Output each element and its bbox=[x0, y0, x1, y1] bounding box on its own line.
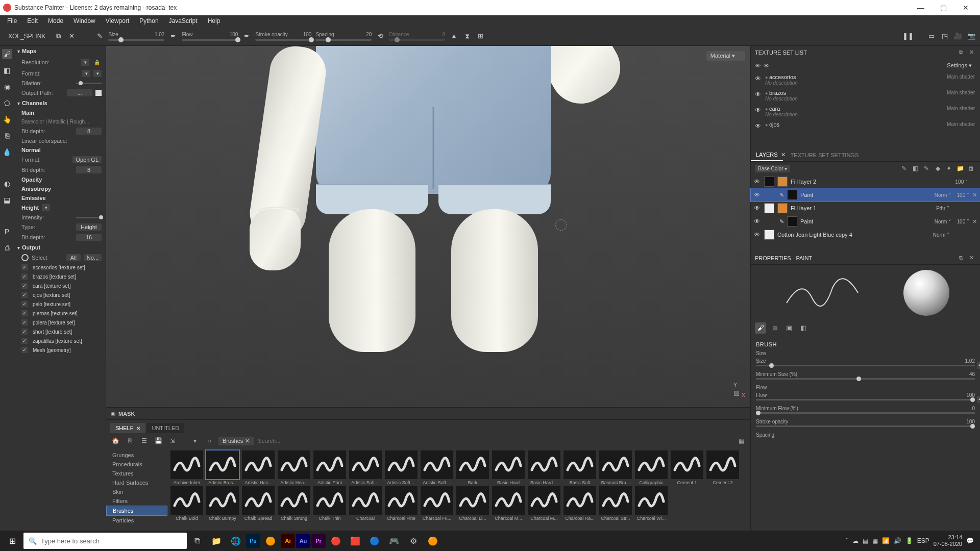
alpha-tab-icon[interactable]: ⊛ bbox=[769, 322, 780, 334]
props-popout-icon[interactable]: ⧉ bbox=[957, 254, 966, 263]
output-header[interactable]: ▾Output bbox=[14, 242, 106, 253]
height-dropdown[interactable]: ▾ bbox=[42, 204, 50, 211]
visibility-icon[interactable]: 👁 bbox=[754, 205, 761, 212]
taskbar-search[interactable]: 🔍 Type here to search bbox=[23, 533, 187, 549]
menu-file[interactable]: File bbox=[2, 17, 22, 24]
taskbar-clock[interactable]: 23:14 07-08-2020 bbox=[934, 534, 962, 547]
shelf-import-icon[interactable]: ⎘ bbox=[125, 436, 135, 446]
language-indicator[interactable]: ESP bbox=[917, 537, 929, 544]
layer-swatch[interactable] bbox=[764, 177, 774, 187]
solo-icon[interactable]: 👁 bbox=[764, 63, 769, 69]
texture-set-row[interactable]: 👁caraNo descriptionMain shader bbox=[751, 104, 980, 119]
refresh-icon[interactable] bbox=[21, 254, 29, 261]
visibility-icon[interactable]: 👁 bbox=[754, 218, 761, 225]
brush-item[interactable]: Artistic Soft ... bbox=[384, 450, 419, 485]
brush-item[interactable]: Cement 1 bbox=[670, 450, 704, 485]
mask-icon[interactable]: ▣ bbox=[110, 410, 115, 417]
select-none-button[interactable]: No... bbox=[84, 254, 102, 261]
brush-item[interactable]: Charcoal Fu... bbox=[420, 486, 454, 521]
chip-close-icon[interactable]: ✕ bbox=[245, 438, 250, 444]
spacing-slider[interactable]: Spacing20 bbox=[315, 32, 372, 41]
brush-item[interactable]: Charcoal Str... bbox=[598, 486, 633, 521]
layer-row[interactable]: 👁Cotton Jean Light Blue copy 4Norm ˅ bbox=[751, 228, 980, 241]
layer-swatch[interactable] bbox=[764, 230, 774, 240]
premiere-icon[interactable]: Pr bbox=[311, 534, 326, 548]
maps-header[interactable]: ▾Maps bbox=[14, 46, 106, 56]
shelf-category[interactable]: Brushes bbox=[106, 506, 167, 516]
add-mask-icon[interactable]: ◧ bbox=[911, 164, 920, 173]
brush-flow-slider[interactable]: Flow100 ✒ bbox=[756, 392, 975, 400]
brush-item[interactable]: Basic Hard ... bbox=[527, 450, 561, 485]
format-dropdown-2[interactable]: ▾ bbox=[93, 70, 102, 77]
output-item[interactable]: Mesh [geometry] bbox=[14, 345, 106, 355]
brush-item[interactable]: Artistic Brus... bbox=[205, 450, 240, 485]
props-close-icon[interactable]: ✕ bbox=[967, 254, 976, 263]
shelf-category[interactable]: Filters bbox=[106, 496, 167, 506]
layer-mask-swatch[interactable] bbox=[777, 203, 788, 213]
resolution-dropdown[interactable]: ▾ bbox=[81, 59, 89, 66]
menu-help[interactable]: Help bbox=[203, 17, 226, 24]
channels-header[interactable]: ▾Channels bbox=[14, 98, 106, 108]
visibility-icon[interactable]: 👁 bbox=[754, 231, 761, 238]
material-tab-icon[interactable]: ◧ bbox=[798, 322, 809, 334]
select-all-button[interactable]: All bbox=[66, 254, 81, 261]
distance-slider[interactable]: Distance8 bbox=[389, 32, 445, 41]
add-effect-icon[interactable]: ✎ bbox=[899, 164, 909, 173]
shelf-filter-icon[interactable]: ▾ bbox=[190, 436, 200, 446]
flow-pressure-icon[interactable]: ✒ bbox=[242, 32, 251, 41]
app-icon[interactable]: 🔴 bbox=[327, 531, 345, 551]
checkbox-icon[interactable] bbox=[21, 319, 28, 325]
brush-item[interactable]: Cement 2 bbox=[705, 450, 740, 485]
layers-tab-close-icon[interactable]: ✕ bbox=[781, 152, 786, 158]
output-item[interactable]: brazos [texture set] bbox=[14, 272, 106, 281]
close-icon[interactable]: ✕ bbox=[136, 425, 140, 431]
quick-mask-icon[interactable]: ◐ bbox=[2, 179, 12, 189]
brush-item[interactable]: Artistic Hea... bbox=[277, 450, 311, 485]
output-item[interactable]: zapatillas [texture set] bbox=[14, 336, 106, 345]
shelf-save-icon[interactable]: 💾 bbox=[153, 436, 163, 446]
texset-close-icon[interactable]: ✕ bbox=[967, 48, 976, 57]
brush-preset-icon[interactable]: ✎ bbox=[95, 32, 104, 41]
xbox-icon[interactable]: 🎮 bbox=[385, 531, 403, 551]
brush-item[interactable]: Chalk Strong bbox=[277, 486, 311, 521]
shelf-category[interactable]: Hard Surfaces bbox=[106, 478, 167, 487]
shelf-filter-chip[interactable]: Brushes✕ bbox=[218, 437, 254, 445]
brush-tab-icon[interactable]: 🖌 bbox=[755, 322, 766, 334]
delete-layer-icon[interactable]: 🗑 bbox=[967, 164, 976, 173]
layer-swatch[interactable] bbox=[787, 216, 797, 227]
shelf-export-icon[interactable]: ⇲ bbox=[167, 436, 178, 446]
channel-dropdown[interactable]: Base Color ▾ bbox=[755, 165, 790, 172]
format-dropdown[interactable]: ▾ bbox=[82, 70, 90, 77]
brush-item[interactable]: Charcoal M... bbox=[527, 486, 561, 521]
brush-item[interactable]: Chalk Thin bbox=[312, 486, 347, 521]
stroke-opacity-slider[interactable]: Stroke opacity100 bbox=[756, 419, 975, 427]
close-button[interactable]: ✕ bbox=[954, 0, 977, 15]
layer-swatch[interactable] bbox=[787, 190, 797, 200]
checkbox-icon[interactable] bbox=[21, 301, 28, 307]
remove-icon[interactable]: ✕ bbox=[972, 218, 977, 225]
shelf-search-icon[interactable]: ○ bbox=[204, 436, 214, 446]
brush-item[interactable]: Chalk Spread bbox=[241, 486, 276, 521]
brush-item[interactable]: Artistic Soft ... bbox=[420, 450, 454, 485]
menu-viewport[interactable]: Viewport bbox=[101, 17, 134, 24]
flow-slider[interactable]: Flow100 bbox=[182, 32, 238, 41]
height-bit-value[interactable]: 16 bbox=[76, 234, 102, 241]
opacity-slider[interactable]: Stroke opacity100 bbox=[255, 32, 311, 41]
shelf-category[interactable]: Procedurals bbox=[106, 460, 167, 469]
shelf-category[interactable]: Grunges bbox=[106, 450, 167, 460]
explorer-icon[interactable]: 📁 bbox=[207, 531, 226, 551]
stencil-tab-icon[interactable]: ▣ bbox=[783, 322, 795, 334]
texset-settings-button[interactable]: Settings ▾ bbox=[943, 61, 976, 70]
visibility-icon[interactable]: 👁 bbox=[754, 191, 761, 198]
output-item[interactable]: short [texture set] bbox=[14, 327, 106, 336]
brush-item[interactable]: Calligraphic bbox=[634, 450, 669, 485]
cloud-icon[interactable]: ☁ bbox=[852, 537, 859, 544]
min-size-slider[interactable]: Minimum Size (%)46 bbox=[756, 371, 975, 380]
texture-set-row[interactable]: 👁ojosMain shader bbox=[751, 119, 980, 130]
checkbox-icon[interactable] bbox=[21, 338, 28, 344]
brush-item[interactable]: Charcoal M... bbox=[491, 486, 526, 521]
tray-chevron-icon[interactable]: ˄ bbox=[845, 537, 848, 544]
menu-javascript[interactable]: JavaScript bbox=[164, 17, 203, 24]
maximize-button[interactable]: ▢ bbox=[932, 0, 954, 15]
battery-icon[interactable]: 🔋 bbox=[905, 537, 913, 544]
